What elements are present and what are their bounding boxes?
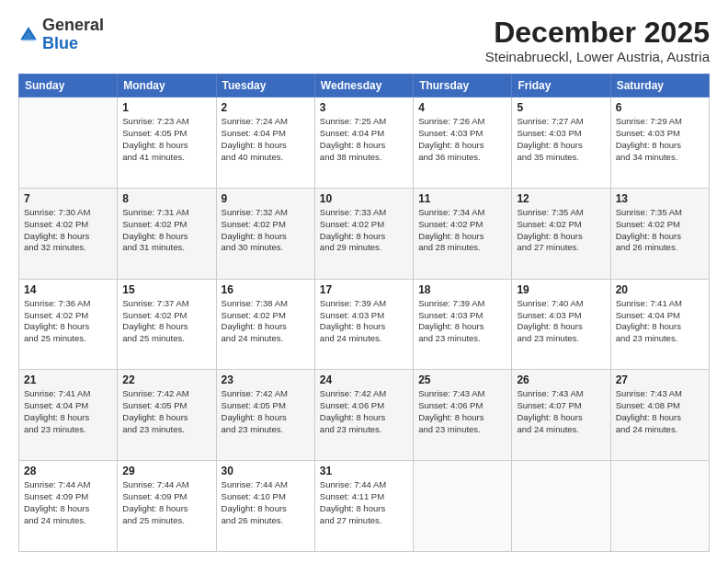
day-number: 7 xyxy=(24,192,112,205)
day-info: Sunrise: 7:44 AM Sunset: 4:09 PM Dayligh… xyxy=(24,479,112,526)
day-info: Sunrise: 7:39 AM Sunset: 4:03 PM Dayligh… xyxy=(320,298,408,345)
day-number: 24 xyxy=(320,373,408,386)
day-number: 4 xyxy=(418,101,506,114)
table-row: 12Sunrise: 7:35 AM Sunset: 4:02 PM Dayli… xyxy=(512,188,610,279)
logo-icon xyxy=(18,25,39,45)
day-info: Sunrise: 7:34 AM Sunset: 4:02 PM Dayligh… xyxy=(418,207,506,254)
table-row: 25Sunrise: 7:43 AM Sunset: 4:06 PM Dayli… xyxy=(414,370,512,461)
day-number: 8 xyxy=(122,192,210,205)
day-info: Sunrise: 7:41 AM Sunset: 4:04 PM Dayligh… xyxy=(616,298,704,345)
table-row xyxy=(610,461,709,552)
table-row: 4Sunrise: 7:26 AM Sunset: 4:03 PM Daylig… xyxy=(414,98,512,189)
table-row: 14Sunrise: 7:36 AM Sunset: 4:02 PM Dayli… xyxy=(19,279,118,370)
day-info: Sunrise: 7:42 AM Sunset: 4:05 PM Dayligh… xyxy=(222,388,310,435)
day-info: Sunrise: 7:42 AM Sunset: 4:05 PM Dayligh… xyxy=(122,388,210,435)
col-monday: Monday xyxy=(118,75,216,98)
day-number: 17 xyxy=(320,283,408,296)
day-number: 19 xyxy=(517,283,605,296)
logo-blue: Blue xyxy=(42,34,78,52)
table-row: 17Sunrise: 7:39 AM Sunset: 4:03 PM Dayli… xyxy=(314,279,413,370)
page: General Blue December 2025 Steinabrueckl… xyxy=(0,0,728,563)
day-number: 30 xyxy=(222,465,310,477)
calendar-header-row: Sunday Monday Tuesday Wednesday Thursday… xyxy=(19,75,710,98)
table-row: 19Sunrise: 7:40 AM Sunset: 4:03 PM Dayli… xyxy=(512,279,610,370)
month-title: December 2025 xyxy=(485,17,710,49)
table-row: 31Sunrise: 7:44 AM Sunset: 4:11 PM Dayli… xyxy=(314,461,413,552)
table-row: 2Sunrise: 7:24 AM Sunset: 4:04 PM Daylig… xyxy=(216,98,314,189)
day-number: 20 xyxy=(616,283,704,296)
day-info: Sunrise: 7:41 AM Sunset: 4:04 PM Dayligh… xyxy=(24,388,112,435)
day-number: 12 xyxy=(517,192,605,205)
table-row: 13Sunrise: 7:35 AM Sunset: 4:02 PM Dayli… xyxy=(610,188,709,279)
day-number: 22 xyxy=(122,373,210,386)
day-number: 27 xyxy=(616,373,704,386)
day-number: 21 xyxy=(24,373,112,386)
day-number: 28 xyxy=(24,465,112,477)
day-number: 15 xyxy=(122,283,210,296)
day-info: Sunrise: 7:32 AM Sunset: 4:02 PM Dayligh… xyxy=(222,207,310,254)
table-row: 30Sunrise: 7:44 AM Sunset: 4:10 PM Dayli… xyxy=(216,461,314,552)
day-number: 11 xyxy=(418,192,506,205)
day-number: 5 xyxy=(517,101,605,114)
table-row: 21Sunrise: 7:41 AM Sunset: 4:04 PM Dayli… xyxy=(19,370,118,461)
day-info: Sunrise: 7:25 AM Sunset: 4:04 PM Dayligh… xyxy=(320,116,408,163)
day-number: 2 xyxy=(222,101,310,114)
table-row xyxy=(414,461,512,552)
day-info: Sunrise: 7:26 AM Sunset: 4:03 PM Dayligh… xyxy=(418,116,506,163)
table-row: 7Sunrise: 7:30 AM Sunset: 4:02 PM Daylig… xyxy=(19,188,118,279)
title-block: December 2025 Steinabrueckl, Lower Austr… xyxy=(485,17,710,64)
day-number: 31 xyxy=(320,465,408,477)
day-number: 6 xyxy=(616,101,704,114)
table-row xyxy=(19,98,118,189)
location-title: Steinabrueckl, Lower Austria, Austria xyxy=(485,49,710,64)
day-info: Sunrise: 7:27 AM Sunset: 4:03 PM Dayligh… xyxy=(517,116,605,163)
day-info: Sunrise: 7:23 AM Sunset: 4:05 PM Dayligh… xyxy=(122,116,210,163)
table-row: 9Sunrise: 7:32 AM Sunset: 4:02 PM Daylig… xyxy=(216,188,314,279)
day-number: 9 xyxy=(222,192,310,205)
table-row: 5Sunrise: 7:27 AM Sunset: 4:03 PM Daylig… xyxy=(512,98,610,189)
table-row: 23Sunrise: 7:42 AM Sunset: 4:05 PM Dayli… xyxy=(216,370,314,461)
table-row: 22Sunrise: 7:42 AM Sunset: 4:05 PM Dayli… xyxy=(118,370,216,461)
day-number: 3 xyxy=(320,101,408,114)
table-row xyxy=(512,461,610,552)
logo: General Blue xyxy=(18,17,104,53)
calendar-row: 14Sunrise: 7:36 AM Sunset: 4:02 PM Dayli… xyxy=(19,279,710,370)
table-row: 20Sunrise: 7:41 AM Sunset: 4:04 PM Dayli… xyxy=(610,279,709,370)
logo-text: General Blue xyxy=(42,17,104,53)
day-info: Sunrise: 7:44 AM Sunset: 4:11 PM Dayligh… xyxy=(320,479,408,526)
table-row: 11Sunrise: 7:34 AM Sunset: 4:02 PM Dayli… xyxy=(414,188,512,279)
table-row: 10Sunrise: 7:33 AM Sunset: 4:02 PM Dayli… xyxy=(314,188,413,279)
day-info: Sunrise: 7:29 AM Sunset: 4:03 PM Dayligh… xyxy=(616,116,704,163)
table-row: 6Sunrise: 7:29 AM Sunset: 4:03 PM Daylig… xyxy=(610,98,709,189)
table-row: 27Sunrise: 7:43 AM Sunset: 4:08 PM Dayli… xyxy=(610,370,709,461)
day-number: 16 xyxy=(222,283,310,296)
day-info: Sunrise: 7:38 AM Sunset: 4:02 PM Dayligh… xyxy=(222,298,310,345)
day-info: Sunrise: 7:31 AM Sunset: 4:02 PM Dayligh… xyxy=(122,207,210,254)
day-number: 26 xyxy=(517,373,605,386)
day-info: Sunrise: 7:35 AM Sunset: 4:02 PM Dayligh… xyxy=(517,207,605,254)
table-row: 1Sunrise: 7:23 AM Sunset: 4:05 PM Daylig… xyxy=(118,98,216,189)
day-info: Sunrise: 7:43 AM Sunset: 4:06 PM Dayligh… xyxy=(418,388,506,435)
table-row: 28Sunrise: 7:44 AM Sunset: 4:09 PM Dayli… xyxy=(19,461,118,552)
day-info: Sunrise: 7:33 AM Sunset: 4:02 PM Dayligh… xyxy=(320,207,408,254)
day-info: Sunrise: 7:39 AM Sunset: 4:03 PM Dayligh… xyxy=(418,298,506,345)
day-info: Sunrise: 7:42 AM Sunset: 4:06 PM Dayligh… xyxy=(320,388,408,435)
logo-general: General xyxy=(42,16,104,34)
day-number: 25 xyxy=(418,373,506,386)
calendar-row: 28Sunrise: 7:44 AM Sunset: 4:09 PM Dayli… xyxy=(19,461,710,552)
day-number: 10 xyxy=(320,192,408,205)
calendar-row: 1Sunrise: 7:23 AM Sunset: 4:05 PM Daylig… xyxy=(19,98,710,189)
col-thursday: Thursday xyxy=(414,75,512,98)
col-friday: Friday xyxy=(512,75,610,98)
col-saturday: Saturday xyxy=(610,75,709,98)
table-row: 24Sunrise: 7:42 AM Sunset: 4:06 PM Dayli… xyxy=(314,370,413,461)
calendar-table: Sunday Monday Tuesday Wednesday Thursday… xyxy=(18,74,710,552)
day-info: Sunrise: 7:43 AM Sunset: 4:07 PM Dayligh… xyxy=(517,388,605,435)
table-row: 8Sunrise: 7:31 AM Sunset: 4:02 PM Daylig… xyxy=(118,188,216,279)
day-info: Sunrise: 7:35 AM Sunset: 4:02 PM Dayligh… xyxy=(616,207,704,254)
calendar-row: 21Sunrise: 7:41 AM Sunset: 4:04 PM Dayli… xyxy=(19,370,710,461)
col-sunday: Sunday xyxy=(19,75,118,98)
table-row: 3Sunrise: 7:25 AM Sunset: 4:04 PM Daylig… xyxy=(314,98,413,189)
day-number: 14 xyxy=(24,283,112,296)
table-row: 15Sunrise: 7:37 AM Sunset: 4:02 PM Dayli… xyxy=(118,279,216,370)
